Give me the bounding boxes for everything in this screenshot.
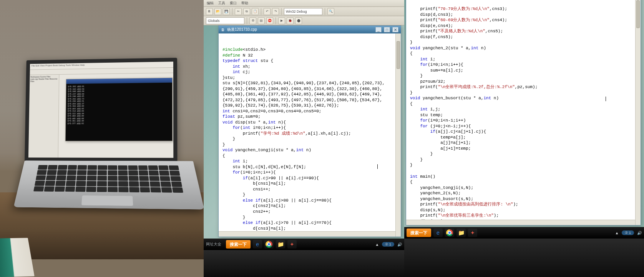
file-icon: 🗎 xyxy=(221,28,225,32)
taskbar[interactable]: 网址大全 搜索一下 e 📁 ✦ ▲ ② 1 🔊 xyxy=(204,239,404,250)
laptop-screen: File Edit View Project Build Debug Tools… xyxy=(28,62,173,158)
taskbar-label: 网址大全 xyxy=(206,242,221,247)
compile-icon[interactable]: ⚙ xyxy=(249,17,256,24)
scope-combo[interactable]: Globals xyxy=(206,17,244,24)
text-caret xyxy=(606,97,606,101)
code-window-titlebar[interactable]: 🗎 杨晨1201733.cpp _ □ ✕ xyxy=(219,26,401,33)
vertical-scrollbar[interactable] xyxy=(635,0,641,225)
breakpoint-icon[interactable]: ⬤ xyxy=(295,17,302,24)
stop-build-icon[interactable]: ⛔ xyxy=(266,17,273,24)
open-file-icon[interactable]: 📂 xyxy=(214,8,221,15)
ide-screenshot-right: 🗎 杨晨1201733.cpp _ □ ✕ printf("70-79分人数为:… xyxy=(404,0,644,277)
redo-icon[interactable]: ↷ xyxy=(272,8,279,15)
code-text[interactable]: #include<stdio.h> #define N 32 typedef s… xyxy=(222,47,398,237)
ide-editor-area: 学号:392 成绩:81 学号:343 成绩:94 学号:948 成绩:90 学… xyxy=(58,73,174,158)
tray-icon[interactable]: ▲ xyxy=(375,242,379,247)
horizontal-scrollbar[interactable] xyxy=(406,220,635,225)
maximize-button[interactable]: □ xyxy=(384,27,390,32)
ide-screenshot-left: 编辑 工具 窗口 帮助 🗎 📂 💾 ✂ ⧉ 📋 ↶ ↷ Win32 Debug … xyxy=(204,0,404,277)
app-icon[interactable]: ✦ xyxy=(468,229,477,237)
code-window[interactable]: 🗎 杨晨1201733.cpp _ □ ✕ #include<stdio.h> … xyxy=(218,25,401,237)
monitor-bezel xyxy=(404,239,644,277)
console-window[interactable]: 学号:392 成绩:81 学号:343 成绩:94 学号:948 成绩:90 学… xyxy=(65,78,173,141)
menu-item[interactable]: 帮助 xyxy=(241,1,248,6)
menu-bar[interactable]: 编辑 工具 窗口 帮助 xyxy=(204,0,404,7)
main-toolbar[interactable]: 🗎 📂 💾 ✂ ⧉ 📋 ↶ ↷ Win32 Debug 🔍 xyxy=(204,7,404,16)
tray-notification[interactable]: ② 1 xyxy=(622,230,634,235)
mdi-client-area: 🗎 杨晨1201733.cpp _ □ ✕ #include<stdio.h> … xyxy=(204,25,404,239)
folder-icon[interactable]: 📁 xyxy=(276,240,285,249)
start-button[interactable]: 搜索一下 xyxy=(226,240,251,249)
new-file-icon[interactable]: 🗎 xyxy=(206,8,213,15)
code-window-title: 杨晨1201733.cpp xyxy=(227,27,257,32)
app-icon[interactable]: ✦ xyxy=(287,240,297,249)
debug-icon[interactable]: 🐞 xyxy=(287,17,294,24)
code-text[interactable]: printf("70-79分人数为:%d人\n",cns3); disp(d,c… xyxy=(410,6,638,225)
code-editor[interactable]: printf("70-79分人数为:%d人\n",cns3); disp(d,c… xyxy=(406,0,641,225)
code-editor[interactable]: #include<stdio.h> #define N 32 typedef s… xyxy=(219,33,401,237)
undo-icon[interactable]: ↶ xyxy=(264,8,271,15)
taskbar[interactable]: 搜索一下 e 📁 ✦ ▲ ② 1 🔊 xyxy=(404,227,644,239)
console-output: 学号:392 成绩:81 学号:343 成绩:94 学号:948 成绩:90 学… xyxy=(66,83,172,126)
text-caret xyxy=(377,164,378,169)
system-tray[interactable]: ▲ ② 1 🔊 xyxy=(615,230,642,235)
config-combo[interactable]: Win32 Debug xyxy=(284,8,322,15)
vertical-scrollbar[interactable] xyxy=(395,33,401,237)
system-tray[interactable]: ▲ ② 1 🔊 xyxy=(375,242,402,247)
monitor-bezel xyxy=(204,250,404,277)
paste-icon[interactable]: 📋 xyxy=(252,8,259,15)
horizontal-scrollbar[interactable] xyxy=(219,231,395,237)
laptop-screen-bezel: File Edit View Project Build Debug Tools… xyxy=(25,58,178,162)
keyboard-keys xyxy=(33,165,183,193)
copy-icon[interactable]: ⧉ xyxy=(243,8,250,15)
build-icon[interactable]: ▤ xyxy=(258,17,265,24)
tray-icon[interactable]: ▲ xyxy=(615,231,619,235)
start-button[interactable]: 搜索一下 xyxy=(407,229,431,237)
browser-icon[interactable] xyxy=(264,240,274,249)
volume-icon[interactable]: 🔊 xyxy=(637,231,642,235)
laptop-keyboard xyxy=(13,160,204,209)
menu-item[interactable]: 工具 xyxy=(218,1,225,6)
browser-icon[interactable] xyxy=(445,229,454,237)
run-icon[interactable]: ▶ xyxy=(278,17,285,24)
ie-icon[interactable]: e xyxy=(253,240,262,249)
cut-icon[interactable]: ✂ xyxy=(235,8,242,15)
volume-icon[interactable]: 🔊 xyxy=(397,242,402,247)
close-button[interactable]: ✕ xyxy=(392,27,398,32)
mdi-client-area: 🗎 杨晨1201733.cpp _ □ ✕ printf("70-79分人数为:… xyxy=(404,0,644,227)
minimize-button[interactable]: _ xyxy=(375,27,382,32)
tray-notification[interactable]: ② 1 xyxy=(382,242,394,247)
ide-side-panel: Workspace Source Files main.cpp Header F… xyxy=(28,75,60,158)
trackpad xyxy=(81,195,133,206)
find-icon[interactable]: 🔍 xyxy=(327,8,334,15)
save-icon[interactable]: 💾 xyxy=(223,8,230,15)
code-window[interactable]: 🗎 杨晨1201733.cpp _ □ ✕ printf("70-79分人数为:… xyxy=(406,0,641,225)
photo-laptop: File Edit View Project Build Debug Tools… xyxy=(0,0,204,277)
folder-icon[interactable]: 📁 xyxy=(456,229,466,237)
laptop: File Edit View Project Build Debug Tools… xyxy=(23,57,194,236)
menu-item[interactable]: 窗口 xyxy=(230,1,237,6)
ie-icon[interactable]: e xyxy=(433,229,443,237)
menu-item[interactable]: 编辑 xyxy=(207,1,214,6)
build-toolbar[interactable]: Globals ⚙ ▤ ⛔ ▶ 🐞 ⬤ xyxy=(204,16,404,25)
